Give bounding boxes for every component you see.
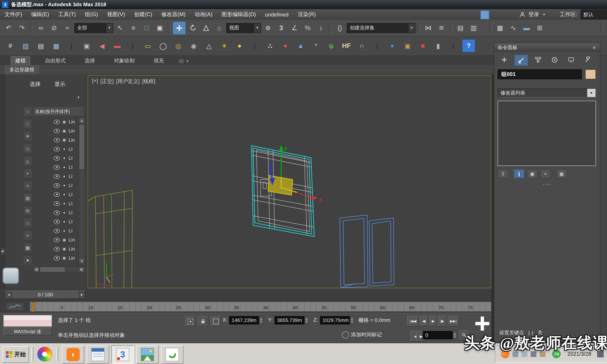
selection-region-icon[interactable]: □ — [140, 22, 153, 34]
browser-swirl-icon[interactable] — [37, 347, 52, 362]
menu-item[interactable]: 动画(A) — [190, 9, 217, 20]
list-item[interactable]: ● LI — [33, 217, 79, 226]
list-item[interactable]: ● LI — [33, 144, 79, 154]
scroll-right-icon[interactable]: ▶ — [79, 267, 85, 273]
z-coordinate-field[interactable]: 1029.75mm — [320, 316, 350, 325]
visibility-eye-icon[interactable] — [54, 129, 60, 133]
login-caret-icon[interactable]: ▼ — [542, 13, 546, 16]
filter-geometry-icon[interactable]: □ — [23, 119, 32, 129]
explorer-horizontal-scrollbar[interactable]: ◀ ▶ — [33, 266, 85, 273]
prev-frame-button[interactable]: ◀| — [420, 316, 428, 326]
rollout-grip[interactable]: •••• — [494, 182, 600, 187]
start-button[interactable]: 开始 — [2, 346, 29, 363]
login-label[interactable]: 登录 — [528, 11, 539, 18]
render-setup-icon[interactable]: ◉ — [606, 22, 607, 34]
select-and-scale-icon[interactable] — [200, 22, 212, 34]
add-time-tag-label[interactable]: 添加时间标记 — [351, 331, 382, 338]
tab-hierarchy[interactable] — [531, 54, 545, 65]
mirror-icon[interactable]: ⋈ — [422, 22, 434, 34]
maxscript-mini-listener[interactable] — [3, 315, 52, 326]
scroll-left-icon[interactable]: ◀ — [34, 267, 39, 273]
align-icon[interactable]: ≋ — [435, 22, 448, 34]
list-item[interactable]: ● LI — [33, 172, 79, 181]
absolute-offset-toggle-icon[interactable] — [211, 316, 221, 326]
container-icon[interactable]: ■ — [417, 40, 429, 52]
menu-item[interactable]: 创建(C) — [130, 9, 157, 20]
explorer-menu-select[interactable]: 选择 — [30, 80, 40, 88]
cone-icon[interactable]: △ — [203, 40, 215, 52]
help-icon[interactable]: ? — [462, 40, 475, 52]
taskbar-app-green[interactable] — [161, 345, 184, 364]
geosphere-icon[interactable]: ◉ — [187, 40, 200, 52]
tab-motion[interactable] — [548, 54, 561, 65]
building-icon[interactable]: ▮ — [432, 40, 444, 52]
ribbon-toggle-icon[interactable]: ▬ — [520, 22, 533, 34]
scroll-down-icon[interactable]: ▼ — [79, 258, 85, 264]
ribbon-tab-freeform[interactable]: 自由形式 — [41, 57, 70, 65]
list-item[interactable]: ● LI — [33, 199, 79, 208]
panel-splitter[interactable] — [491, 74, 494, 343]
visibility-eye-icon[interactable] — [54, 201, 60, 206]
layer-manager-icon[interactable]: ▦ — [494, 22, 506, 34]
pyramid-icon[interactable]: ▲ — [294, 40, 307, 52]
selection-lock-icon[interactable] — [198, 316, 208, 326]
box-icon[interactable]: ▭ — [142, 40, 154, 52]
separator[interactable]: | — [447, 40, 460, 52]
x-coordinate-field[interactable]: 1467.239m — [229, 316, 259, 325]
bone-icon[interactable]: ∩ — [356, 40, 368, 52]
z-spinner[interactable]: ▲▼ — [350, 316, 354, 325]
modeling-tools-icon[interactable]: # — [4, 40, 16, 52]
undo-icon[interactable]: ↶ — [2, 22, 15, 34]
visibility-eye-icon[interactable] — [54, 156, 60, 160]
tab-create[interactable] — [498, 54, 511, 65]
menu-item[interactable]: 组(G) — [80, 9, 103, 20]
menu-item[interactable]: 视图(V) — [103, 9, 130, 20]
spray-icon[interactable]: ● — [279, 40, 291, 52]
scrollbar-thumb[interactable] — [79, 124, 85, 170]
visibility-eye-icon[interactable] — [54, 256, 60, 260]
ribbon-tab-selection[interactable]: 选择 — [80, 57, 99, 65]
visibility-eye-icon[interactable] — [54, 228, 60, 233]
bitmap-icon[interactable]: ▣ — [401, 40, 414, 52]
viewport-canvas[interactable]: y x — [88, 76, 491, 287]
particles-icon[interactable]: ∴ — [264, 40, 276, 52]
workspace-select[interactable]: 默认 ▼ — [581, 10, 607, 19]
list-item[interactable]: ▣ Lin — [33, 253, 79, 262]
list-item[interactable]: ● LI — [33, 190, 79, 199]
make-unique-icon[interactable]: ▣ — [527, 169, 538, 178]
menu-item[interactable]: 渲染(R) — [293, 9, 320, 20]
modifier-stack[interactable] — [498, 101, 596, 166]
frame-spinner[interactable]: ▲▼ — [453, 331, 457, 339]
taskbar-app-photos[interactable] — [136, 345, 159, 364]
window-crossing-icon[interactable]: ▣ — [154, 22, 166, 34]
visibility-eye-icon[interactable] — [54, 192, 60, 196]
document-icon[interactable]: ▤ — [35, 40, 47, 52]
current-frame-field[interactable]: 0 — [423, 331, 453, 339]
image-icon[interactable]: ▨ — [19, 40, 32, 52]
audio-icon[interactable]: ◀ — [96, 40, 108, 52]
spinner-snap-icon[interactable]: ↕ — [315, 22, 327, 34]
current-frame-marker[interactable] — [32, 302, 34, 312]
visibility-eye-icon[interactable] — [54, 219, 60, 224]
foliage-icon[interactable]: ψ — [325, 40, 337, 52]
snap-toggle-3d-icon[interactable]: 3 — [275, 22, 287, 34]
select-and-rotate-icon[interactable] — [187, 22, 199, 34]
hair-fur-icon[interactable]: HF — [340, 40, 353, 52]
filter-materials-icon[interactable]: ● — [23, 255, 32, 265]
explorer-menu-display[interactable]: 显示 — [54, 80, 65, 88]
explorer-options-caret-icon[interactable]: ▼ — [77, 96, 80, 100]
x-spinner[interactable]: ▲▼ — [259, 316, 264, 325]
track-bar-ruler[interactable]: 5 10 15 20 25 30 35 40 45 50 55 60 — [30, 302, 491, 312]
list-item[interactable]: ● LI — [33, 208, 79, 217]
tab-display[interactable] — [565, 54, 578, 65]
filter-frozen-icon[interactable]: ▦ — [23, 243, 32, 253]
sun-icon[interactable]: ☀ — [218, 40, 230, 52]
y-coordinate-field[interactable]: 3655.739m — [275, 316, 304, 325]
scroll-up-icon[interactable]: ▲ — [79, 117, 85, 123]
menu-accent-button[interactable] — [480, 10, 489, 19]
ribbon-minimize-caret-icon[interactable]: ▼ — [186, 59, 189, 63]
list-item[interactable]: ▣ Lin — [33, 135, 79, 144]
select-and-link-icon[interactable]: ∞ — [35, 22, 47, 34]
select-and-place-icon[interactable]: ⌂ — [213, 22, 225, 34]
sphere-icon[interactable]: ● — [233, 40, 246, 52]
